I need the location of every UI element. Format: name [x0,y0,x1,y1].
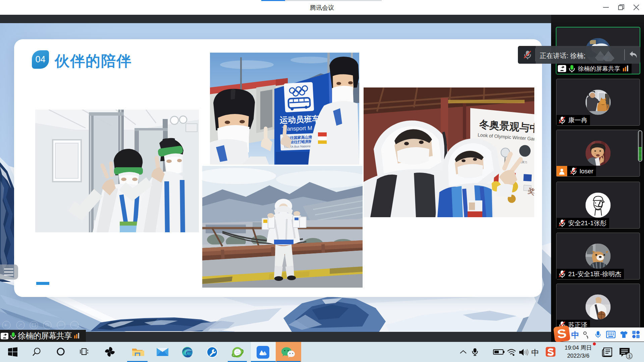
svg-text:1: 1 [628,354,631,359]
